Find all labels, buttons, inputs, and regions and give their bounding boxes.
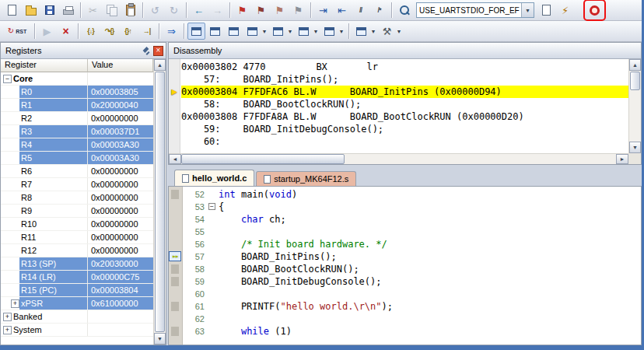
undo-button[interactable]: ↺	[146, 2, 164, 19]
scroll-left-button[interactable]: ◄	[169, 154, 181, 164]
register-row-Banked[interactable]: +Banked	[1, 310, 153, 324]
indent-button[interactable]: ⇥	[314, 2, 332, 19]
gutter-cell[interactable]	[169, 325, 183, 338]
command-window-button[interactable]	[206, 23, 224, 40]
toolbox-button-dropdown-arrow[interactable]: ▼	[395, 23, 403, 40]
paste-button[interactable]	[121, 2, 139, 19]
register-row-R7[interactable]: R70x00000000	[1, 178, 153, 191]
gutter-cell[interactable]	[169, 275, 183, 288]
analysis-windows-button[interactable]	[320, 23, 338, 40]
define-select-combo-dropdown-button[interactable]: ▼	[521, 3, 534, 17]
find-in-files-button[interactable]	[537, 2, 555, 19]
gutter-cell[interactable]	[169, 201, 183, 213]
system-viewer-button-dropdown-arrow[interactable]: ▼	[369, 23, 377, 40]
serial-windows-button-dropdown-arrow[interactable]: ▼	[312, 23, 320, 40]
tree-expander-icon[interactable]: +	[11, 299, 19, 308]
copy-button[interactable]	[103, 2, 121, 19]
uncomment-button[interactable]: /*	[370, 2, 388, 19]
gutter-cell[interactable]	[169, 313, 183, 325]
memory-windows-button[interactable]	[269, 23, 287, 40]
new-file-button[interactable]	[3, 2, 21, 19]
gutter-cell[interactable]	[169, 288, 183, 300]
cut-button[interactable]: ✂	[84, 2, 102, 19]
register-row-R9[interactable]: R90x00000000	[1, 205, 153, 218]
comment-button[interactable]: //	[352, 2, 369, 19]
serial-windows-button[interactable]	[295, 23, 313, 40]
gutter-cell[interactable]	[169, 300, 183, 313]
reset-button[interactable]: ↻RST	[3, 23, 31, 40]
enable-disable-breakpoint-button[interactable]: ⚑	[252, 2, 270, 19]
insert-remove-breakpoint-button[interactable]: ⚑	[233, 2, 251, 19]
register-row-R3[interactable]: R30x000037D1	[1, 125, 153, 138]
register-row-R10[interactable]: R100x00000000	[1, 218, 153, 231]
code-fold-icon[interactable]: −	[208, 203, 215, 210]
editor-lines[interactable]: 52int main(void)53−{54 char ch;5556 /* I…	[169, 188, 641, 345]
show-next-statement-button[interactable]: ⇒	[163, 23, 180, 40]
tree-expander-icon[interactable]: +	[3, 313, 12, 321]
kill-all-breakpoints-button[interactable]: ⚑	[289, 2, 307, 19]
register-row-R5[interactable]: R50x00003A30	[1, 152, 153, 165]
stop-button[interactable]: ×	[57, 23, 75, 40]
print-button[interactable]	[59, 2, 77, 19]
open-file-button[interactable]	[22, 2, 40, 19]
navigate-back-button[interactable]: ←	[190, 2, 208, 19]
define-select-combo[interactable]: USE_UARTSTDIO_FOR_EF▼	[416, 2, 534, 18]
scrollbar-track[interactable]	[345, 154, 616, 164]
register-row-R14-LR[interactable]: R14 (LR)0x00000C75	[1, 271, 153, 284]
gutter-cell[interactable]	[169, 213, 183, 226]
value-column-header[interactable]: Value	[88, 59, 153, 72]
watch-windows-button[interactable]	[243, 23, 261, 40]
register-row-R0[interactable]: R00x00003805	[1, 86, 153, 99]
code-editor[interactable]: 52int main(void)53−{54 char ch;5556 /* I…	[168, 186, 642, 345]
register-row-R12[interactable]: R120x00000000	[1, 244, 153, 257]
auto-hide-pin-icon[interactable]	[142, 46, 152, 56]
register-row-System[interactable]: +System	[1, 324, 153, 337]
disassembly-lines[interactable]: 0x00003802 4770 BX lr 57: BOARD_InitPins…	[181, 59, 628, 153]
tree-expander-icon[interactable]: +	[3, 326, 12, 334]
disable-all-breakpoints-button[interactable]: ⚑	[271, 2, 289, 19]
gutter-cell[interactable]	[169, 188, 183, 201]
close-panel-button[interactable]: ×	[153, 46, 163, 56]
disassembly-body[interactable]: ► 0x00003802 4770 BX lr 57: BOARD_InitPi…	[169, 59, 641, 164]
gutter-cell[interactable]: ▸▸	[169, 250, 183, 263]
flash-download-button[interactable]: ⚡	[556, 2, 574, 19]
register-row-R13-SP[interactable]: R13 (SP)0x20030000	[1, 257, 153, 271]
analysis-windows-button-dropdown-arrow[interactable]: ▼	[338, 23, 345, 40]
disassembly-gutter[interactable]: ►	[169, 59, 180, 153]
register-row-xPSR[interactable]: +xPSR0x61000000	[1, 297, 153, 310]
disassembly-window-button[interactable]	[187, 23, 205, 40]
run-button[interactable]: ▶	[38, 23, 56, 40]
symbol-window-button[interactable]	[225, 23, 243, 40]
toolbox-button[interactable]: ⚒	[378, 23, 396, 40]
scroll-down-button[interactable]: ▼	[154, 333, 166, 345]
step-into-button[interactable]: {↓}	[82, 23, 100, 40]
register-row-R6[interactable]: R60x00000000	[1, 165, 153, 178]
register-row-R1[interactable]: R10x20000040	[1, 99, 153, 112]
save-button[interactable]	[40, 2, 58, 19]
tab-hello_world.c[interactable]: hello_world.c	[174, 170, 254, 186]
disassembly-vertical-scrollbar[interactable]: ▲ ▼	[628, 59, 641, 153]
scrollbar-thumb[interactable]	[630, 72, 640, 90]
system-viewer-button[interactable]	[352, 23, 370, 40]
redo-button[interactable]: ↻	[165, 2, 183, 19]
tab-startup_MK64F12.s[interactable]: startup_MK64F12.s	[256, 171, 356, 186]
navigate-forward-button[interactable]: →	[208, 2, 226, 19]
step-out-button[interactable]: {}↑	[119, 23, 137, 40]
find-button[interactable]	[395, 2, 413, 19]
memory-windows-button-dropdown-arrow[interactable]: ▼	[286, 23, 294, 40]
watch-windows-button-dropdown-arrow[interactable]: ▼	[261, 23, 268, 40]
register-row-R11[interactable]: R110x00000000	[1, 231, 153, 244]
scrollbar-thumb[interactable]	[155, 72, 165, 332]
step-over-button[interactable]: ↷{}	[100, 23, 118, 40]
register-row-R8[interactable]: R80x00000000	[1, 191, 153, 205]
gutter-cell[interactable]	[169, 238, 183, 250]
register-row-R15-PC[interactable]: R15 (PC)0x00003804	[1, 284, 153, 297]
scroll-up-button[interactable]: ▲	[154, 59, 166, 71]
tree-expander-icon[interactable]: −	[3, 75, 12, 83]
scroll-right-button[interactable]: ►	[616, 154, 628, 164]
register-row-R4[interactable]: R40x00003A30	[1, 138, 153, 152]
registers-scrollbar[interactable]: ▲ ▼	[153, 59, 166, 345]
register-row-Core[interactable]: −Core	[1, 72, 153, 86]
unindent-button[interactable]: ⇤	[333, 2, 351, 19]
registers-tree[interactable]: −CoreR00x00003805R10x20000040R20x0000000…	[1, 72, 153, 345]
